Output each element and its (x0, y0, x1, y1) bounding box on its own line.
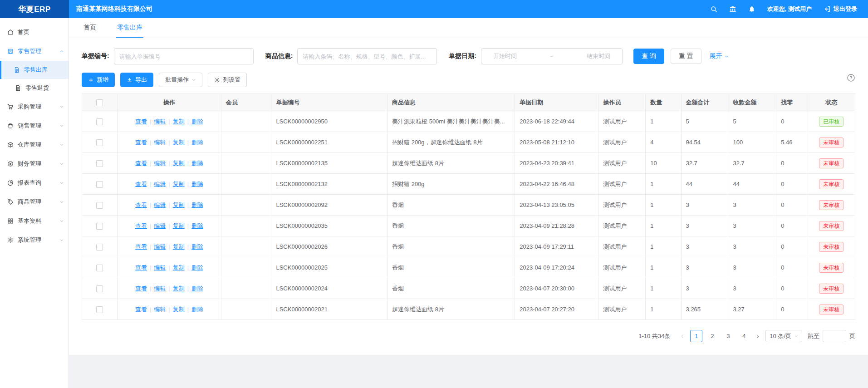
sidebar-item-retail[interactable]: 零售管理 (0, 42, 69, 61)
delete-link[interactable]: 删除 (191, 118, 203, 125)
bill-no-label: 单据编号: (82, 52, 109, 60)
reset-button[interactable]: 重 置 (671, 49, 701, 64)
bell-icon[interactable] (748, 5, 755, 13)
add-button[interactable]: 新增 (82, 73, 115, 87)
view-link[interactable]: 查看 (135, 285, 147, 292)
copy-link[interactable]: 复制 (173, 222, 185, 229)
edit-link[interactable]: 编辑 (154, 285, 166, 292)
row-checkbox[interactable] (96, 265, 103, 271)
row-checkbox[interactable] (96, 223, 103, 230)
search-icon[interactable] (710, 5, 717, 13)
view-link[interactable]: 查看 (135, 264, 147, 271)
view-link[interactable]: 查看 (135, 160, 147, 167)
sidebar-item-sale[interactable]: 销售管理 (0, 116, 69, 135)
page-2[interactable]: 2 (706, 330, 718, 342)
sidebar-item-warehouse[interactable]: 仓库管理 (0, 135, 69, 154)
action-separator: | (168, 118, 170, 125)
action-separator: | (187, 243, 189, 250)
app-logo[interactable]: 华夏ERP (0, 0, 69, 18)
column-settings-button[interactable]: 列设置 (208, 73, 247, 87)
page-size-select[interactable]: 10 条/页 (765, 330, 802, 342)
copy-link[interactable]: 复制 (173, 201, 185, 208)
view-link[interactable]: 查看 (135, 243, 147, 250)
delete-link[interactable]: 删除 (191, 264, 203, 271)
tab-home[interactable]: 首页 (83, 18, 97, 38)
page-3[interactable]: 3 (722, 330, 734, 342)
view-link[interactable]: 查看 (135, 201, 147, 208)
bank-icon[interactable] (729, 5, 736, 13)
sidebar-item-retail-out[interactable]: 零售出库 (0, 61, 69, 79)
delete-link[interactable]: 删除 (191, 160, 203, 167)
delete-link[interactable]: 删除 (191, 222, 203, 229)
sidebar-item-label: 销售管理 (18, 122, 41, 130)
edit-link[interactable]: 编辑 (154, 181, 166, 187)
edit-link[interactable]: 编辑 (154, 139, 166, 146)
prev-page-button[interactable] (678, 334, 687, 339)
sidebar-item-basic[interactable]: 基本资料 (0, 211, 69, 231)
delete-link[interactable]: 删除 (191, 285, 203, 292)
copy-link[interactable]: 复制 (173, 243, 185, 250)
copy-link[interactable]: 复制 (173, 160, 185, 167)
row-checkbox[interactable] (96, 285, 103, 292)
sidebar-item-home[interactable]: 首页 (0, 23, 69, 42)
view-link[interactable]: 查看 (135, 139, 147, 146)
action-separator: | (168, 160, 170, 167)
row-checkbox[interactable] (96, 118, 103, 125)
edit-link[interactable]: 编辑 (154, 264, 166, 271)
edit-link[interactable]: 编辑 (154, 306, 166, 313)
welcome-text[interactable]: 欢迎您, 测试用户 (767, 5, 812, 13)
sidebar-item-system[interactable]: 系统管理 (0, 231, 69, 250)
copy-link[interactable]: 复制 (173, 118, 185, 125)
view-link[interactable]: 查看 (135, 118, 147, 125)
delete-link[interactable]: 删除 (191, 243, 203, 250)
view-link[interactable]: 查看 (135, 222, 147, 229)
copy-link[interactable]: 复制 (173, 139, 185, 146)
date-range-picker[interactable]: 开始时间 ~ 结束时间 (481, 48, 623, 64)
operator-cell: 测试用户 (598, 111, 646, 132)
sidebar-item-finance[interactable]: 财务管理 (0, 154, 69, 173)
page-4[interactable]: 4 (738, 330, 750, 342)
tab-retail-out[interactable]: 零售出库 (116, 18, 143, 38)
row-checkbox[interactable] (96, 160, 103, 167)
row-checkbox[interactable] (96, 306, 103, 313)
quantity-cell: 1 (646, 278, 681, 299)
row-checkbox[interactable] (96, 139, 103, 146)
sidebar-item-retail-return[interactable]: 零售退货 (0, 79, 69, 97)
delete-link[interactable]: 删除 (191, 181, 203, 187)
bill-no-input[interactable] (114, 48, 254, 64)
delete-link[interactable]: 删除 (191, 306, 203, 313)
edit-link[interactable]: 编辑 (154, 118, 166, 125)
delete-link[interactable]: 删除 (191, 201, 203, 208)
edit-link[interactable]: 编辑 (154, 222, 166, 229)
row-checkbox[interactable] (96, 181, 103, 188)
header-bar: 南通某某网络科技有限公司 欢迎您, 测试用户 退出登录 (69, 0, 868, 18)
delete-link[interactable]: 删除 (191, 139, 203, 146)
jump-label: 跳至 (808, 332, 819, 340)
batch-operations-button[interactable]: 批量操作 (159, 73, 202, 87)
logout-button[interactable]: 退出登录 (824, 5, 857, 13)
expand-link[interactable]: 展开 (710, 52, 729, 60)
page-1[interactable]: 1 (690, 330, 702, 342)
sidebar-item-goods[interactable]: 商品管理 (0, 192, 69, 211)
copy-link[interactable]: 复制 (173, 306, 185, 313)
copy-link[interactable]: 复制 (173, 285, 185, 292)
next-page-button[interactable] (754, 334, 762, 339)
column-header-5: 操作员 (598, 94, 646, 111)
material-input[interactable] (297, 48, 437, 64)
help-icon[interactable] (847, 74, 855, 82)
sidebar-item-report[interactable]: 报表查询 (0, 173, 69, 192)
edit-link[interactable]: 编辑 (154, 201, 166, 208)
view-link[interactable]: 查看 (135, 181, 147, 187)
search-button[interactable]: 查 询 (633, 49, 664, 64)
copy-link[interactable]: 复制 (173, 264, 185, 271)
sidebar-item-purchase[interactable]: 采购管理 (0, 97, 69, 116)
row-checkbox[interactable] (96, 244, 103, 250)
row-checkbox[interactable] (96, 202, 103, 209)
export-button[interactable]: 导出 (120, 73, 153, 87)
jump-page-input[interactable] (823, 330, 846, 342)
edit-link[interactable]: 编辑 (154, 160, 166, 167)
view-link[interactable]: 查看 (135, 306, 147, 313)
copy-link[interactable]: 复制 (173, 181, 185, 187)
select-all-checkbox[interactable] (96, 99, 103, 106)
edit-link[interactable]: 编辑 (154, 243, 166, 250)
